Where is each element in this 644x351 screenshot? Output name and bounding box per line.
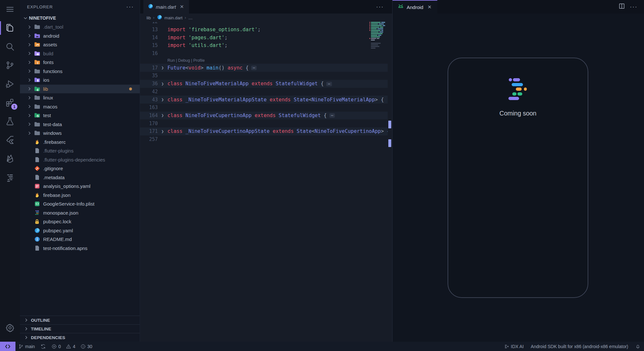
tab-main-dart[interactable]: main.dart ✕ [143,0,189,14]
tree-file--gitignore[interactable]: .gitignore [20,164,140,173]
code-line-257[interactable]: 257 [140,135,388,143]
tree-folder-test-data[interactable]: test-data [20,120,140,129]
panel-tab-close-icon[interactable]: ✕ [426,4,433,11]
tab-close-icon[interactable]: ✕ [179,3,185,10]
tree-file-pubspec-lock[interactable]: pubspec.lock [20,217,140,226]
section-dependencies[interactable]: DEPENDENCIES [20,333,140,342]
tree-folder-assets[interactable]: assets [20,40,140,49]
idx-ai-status[interactable]: IDX AI [501,342,527,351]
code-line-36[interactable]: 36❯class NineToFiveMaterialApp extends S… [140,80,388,88]
fold-chevron-icon[interactable]: ❯ [158,113,167,118]
tree-file--flutter-plugins[interactable]: .flutter-plugins [20,146,140,155]
tree-file--metadata[interactable]: .metadata [20,173,140,182]
code-line-17[interactable]: 17❯Future<void> main() async {⋯ [140,64,388,72]
source-control-icon[interactable] [0,56,20,75]
chevron-right-icon [27,78,33,82]
tree-file--firebaserc[interactable]: .firebaserc [20,138,140,147]
sync-status[interactable] [38,342,49,351]
code-line-42[interactable]: 42 [140,88,388,96]
tree-item-label: README.md [43,236,72,242]
panel-more-actions[interactable]: ··· [630,4,638,10]
codelens-run-debug-profile[interactable]: Run | Debug | Profile [167,58,205,63]
code-line-43[interactable]: 43❯class _NineToFiveMaterialAppState ext… [140,96,388,104]
tree-folder-windows[interactable]: windows [20,129,140,138]
tree-file-pubspec-yaml[interactable]: pubspec.yaml [20,226,140,235]
line-number: 35 [140,73,158,79]
tree-folder-fonts[interactable]: Tfonts [20,58,140,67]
folded-region[interactable]: ⋯ [251,66,257,70]
tree-folder-build[interactable]: build [20,49,140,58]
breadcrumb-main-dart[interactable]: main.dart [165,15,183,20]
tree-file--flutter-plugins-dependencies[interactable]: .flutter-plugins-dependencies [20,155,140,164]
flutter-icon[interactable] [0,131,20,149]
code-line-13[interactable]: 13import 'firebase_options.dart'; [140,26,388,34]
testing-icon[interactable] [0,112,20,131]
split-editor-icon[interactable] [619,3,625,10]
code-line-35[interactable]: 35 [140,72,388,80]
extensions-icon[interactable]: 1 [0,93,20,112]
breadcrumb-symbol[interactable]: … [188,15,193,20]
code-line-170[interactable]: 170 [140,119,388,127]
tree-file-test-notification-apns[interactable]: test-notification.apns [20,244,140,253]
tree-folder--dart-tool[interactable]: .dart_tool [20,23,140,32]
tree-folder-macos[interactable]: macos [20,102,140,111]
tree-file-googleservice-info-plist[interactable]: GoogleService-Info.plist [20,199,140,208]
code-line-164[interactable]: 164❯class NineToFiveCupertinoApp extends… [140,112,388,120]
explorer-icon[interactable] [0,19,20,37]
menu-icon[interactable] [0,0,20,19]
section-timeline[interactable]: TIMELINE [20,324,140,333]
idx-monospace-icon[interactable] [0,168,20,187]
tree-folder-lib[interactable]: lib [20,85,140,94]
problems-status[interactable]: 0430 [49,342,95,351]
android-sdk-status[interactable]: Android SDK built for x86 (android-x86 e… [527,342,632,351]
line-number: 42 [140,89,158,95]
minimap[interactable] [369,22,388,49]
fold-chevron-icon[interactable]: ❯ [158,129,167,134]
overview-ruler[interactable] [388,22,392,342]
code-line-163[interactable]: 163 [140,104,388,112]
code-line-16[interactable]: 16 [140,50,388,58]
search-icon[interactable] [0,37,20,56]
code-line-14[interactable]: 14import 'pages.dart'; [140,33,388,42]
editor-more-actions[interactable]: ··· [376,4,384,10]
folded-region[interactable]: ⋯ [326,82,332,86]
code-line-12[interactable]: 12 [140,22,388,26]
tree-item-label: pubspec.yaml [43,228,73,233]
breadcrumb-lib[interactable]: lib [147,15,151,20]
tree-file-firebase-json[interactable]: firebase.json [20,191,140,200]
tree-file-readme-md[interactable]: README.md [20,235,140,244]
tree-file-monospace-json[interactable]: monospace.json [20,208,140,217]
tree-folder-functions[interactable]: functions [20,67,140,76]
folded-region[interactable]: ⋯ [329,113,335,118]
fold-chevron-icon[interactable]: ❯ [158,81,167,86]
run-debug-icon[interactable] [0,75,20,93]
fold-chevron-icon[interactable]: ❯ [158,97,167,102]
section-outline[interactable]: OUTLINE [20,316,140,324]
explorer-more-actions[interactable]: ··· [126,4,134,10]
breadcrumb[interactable]: lib › main.dart › … [140,14,392,22]
tree-item-label: monospace.json [43,210,78,216]
fold-chevron-icon[interactable]: ❯ [158,65,167,70]
settings-gear-icon[interactable] [0,319,20,337]
sidebar-bottom-sections: OUTLINETIMELINEDEPENDENCIES [20,316,140,342]
project-root-ninetofive[interactable]: NINETOFIVE [20,14,140,23]
tree-item-label: ios [43,77,49,83]
tree-item-label: assets [43,42,57,47]
folder-test-icon [33,112,41,119]
tab-android[interactable]: Android ✕ [393,0,437,14]
folder-lib-icon [33,85,41,92]
tree-folder-ios[interactable]: ios [20,76,140,85]
tree-folder-test[interactable]: test [20,111,140,120]
panel-tab-strip: Android ✕ ··· [393,0,644,14]
firebase-icon[interactable] [0,149,20,168]
tree-folder-android[interactable]: android [20,32,140,41]
tree-folder-linux[interactable]: linux [20,93,140,102]
tree-item-label: test-data [43,122,62,127]
code-editor[interactable]: 1213import 'firebase_options.dart';14imp… [140,22,392,342]
git-branch-status[interactable]: main [15,342,38,351]
tree-file-analysis-options-yaml[interactable]: analysis_options.yaml [20,182,140,191]
code-line-15[interactable]: 15import 'utils.dart'; [140,42,388,50]
remote-indicator[interactable] [0,342,15,351]
code-line-171[interactable]: 171❯class _NineToFiveCupertinoAppState e… [140,127,388,135]
notifications-bell[interactable] [632,342,644,351]
